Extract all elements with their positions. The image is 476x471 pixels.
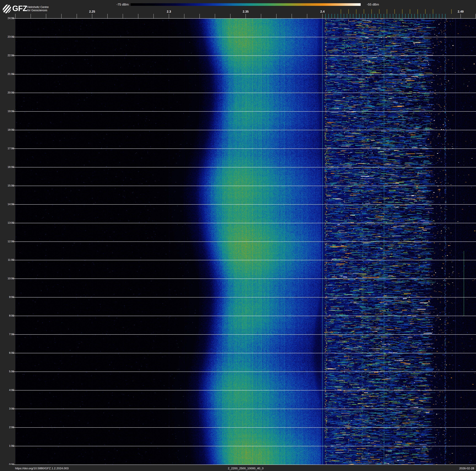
ble-channel-tick: [384, 14, 384, 18]
wifi-channel-tick: [451, 9, 452, 14]
hour-gridline: [13, 409, 476, 409]
colorbar-max-label: -55 dBm: [367, 3, 379, 6]
time-tick-label: 6:00: [0, 351, 14, 354]
wifi-channel-tick: [394, 9, 395, 14]
hour-gridline: [13, 334, 476, 335]
ble-channel-tick: [436, 14, 436, 18]
ble-channel-tick: [442, 14, 442, 18]
wifi-channel-tick: [410, 9, 410, 14]
wifi-channel-tick: [348, 9, 349, 14]
time-tick-label: 9:00: [0, 296, 14, 299]
time-tick-label: 22:00: [0, 54, 14, 57]
ble-channel-tick: [362, 14, 362, 18]
ble-channel-tick: [424, 14, 424, 18]
ble-channel-tick: [433, 14, 433, 18]
ble-channel-tick: [347, 14, 347, 18]
colorbar-min-label: -75 dBm: [107, 3, 129, 6]
freq-minor-tick: [322, 14, 323, 18]
time-tick-label: 14:00: [0, 203, 14, 206]
ble-channel-tick: [393, 14, 393, 18]
date-label: 2026-02-28: [459, 467, 474, 470]
logo-subtitle: Helmholtz Centre for Geosciences: [27, 5, 49, 12]
time-tick-label: 19:00: [0, 110, 14, 113]
ble-channel-tick: [405, 14, 406, 18]
ble-channel-tick: [359, 14, 359, 18]
ble-channel-tick: [372, 14, 372, 18]
ble-channel-tick: [421, 14, 421, 18]
freq-minor-tick: [276, 14, 276, 18]
time-tick-label: 5:00: [0, 370, 14, 373]
hour-gridline: [13, 372, 476, 372]
wifi-channel-tick: [379, 9, 379, 14]
ble-channel-tick: [402, 14, 402, 18]
ble-channel-tick: [368, 14, 369, 18]
ble-channel-tick: [439, 14, 439, 18]
hour-gridline: [13, 74, 476, 74]
ble-channel-tick: [430, 14, 430, 18]
time-tick-label: 8:00: [0, 314, 14, 317]
time-tick-label: 15:00: [0, 184, 14, 187]
freq-minor-tick: [61, 14, 62, 18]
freq-minor-tick: [292, 14, 292, 18]
freq-tick-label: 2.3: [160, 10, 178, 13]
freq-minor-tick: [261, 14, 261, 18]
freq-minor-tick: [46, 14, 46, 18]
time-tick-label: 24:00: [0, 17, 14, 20]
freq-minor-tick: [169, 14, 169, 18]
hour-gridline: [13, 130, 476, 130]
ble-channel-tick: [350, 14, 350, 18]
hour-gridline: [13, 148, 476, 149]
filename-label: 2_2200_2500_10000_40_0: [15, 467, 476, 470]
ble-channel-tick: [445, 14, 445, 18]
hour-gridline: [13, 241, 476, 242]
ble-channel-tick: [381, 14, 381, 18]
freq-minor-tick: [153, 14, 154, 18]
freq-minor-tick: [77, 14, 77, 18]
time-tick-label: 4:00: [0, 389, 14, 392]
hour-gridline: [13, 93, 476, 93]
ble-channel-tick: [338, 14, 338, 18]
ble-channel-tick: [344, 14, 344, 18]
logo-subtitle-line1: Helmholtz Centre: [27, 5, 49, 9]
freq-tick-label: 2.4: [313, 10, 332, 13]
ble-channel-tick: [396, 14, 396, 18]
wifi-channel-tick: [364, 9, 364, 14]
freq-minor-tick: [92, 14, 92, 18]
header: GFZ Helmholtz Centre for Geosciences -75…: [0, 0, 476, 18]
spectrogram-page: GFZ Helmholtz Centre for Geosciences -75…: [0, 0, 476, 471]
ble-channel-tick: [378, 14, 378, 18]
wifi-channel-tick: [402, 9, 402, 14]
hour-gridline: [13, 427, 476, 428]
hour-gridline: [13, 279, 476, 279]
time-tick-label: 1:00: [0, 444, 14, 448]
ble-channel-tick: [418, 14, 418, 18]
ble-channel-tick: [374, 14, 375, 18]
colorbar-gradient: [131, 3, 361, 6]
hour-gridline: [13, 353, 476, 353]
wifi-channel-tick: [418, 9, 418, 14]
logo-org-text: GFZ: [12, 4, 27, 13]
time-tick-label: 2:00: [0, 426, 14, 429]
freq-minor-tick: [246, 14, 246, 18]
hour-gridline: [13, 111, 476, 112]
ble-channel-tick: [325, 14, 326, 18]
hour-gridline: [13, 204, 476, 205]
freq-minor-tick: [107, 14, 108, 18]
hour-gridline: [13, 55, 476, 56]
hour-gridline: [13, 390, 476, 390]
ble-channel-tick: [353, 14, 353, 18]
freq-minor-tick: [460, 14, 461, 18]
freq-minor-tick: [184, 14, 184, 18]
wifi-channel-tick: [387, 9, 387, 14]
freq-tick-label: 2.35: [237, 10, 255, 13]
hour-gridline: [13, 18, 476, 18]
ble-channel-tick: [408, 14, 408, 18]
time-tick-label: 18:00: [0, 128, 14, 131]
ble-channel-tick: [387, 14, 387, 18]
logo-subtitle-line2: for Geosciences: [27, 9, 49, 12]
hour-gridline: [13, 446, 476, 446]
hour-gridline: [13, 260, 476, 260]
ble-channel-tick: [427, 14, 427, 18]
freq-minor-tick: [230, 14, 230, 18]
wifi-channel-tick: [341, 9, 341, 14]
